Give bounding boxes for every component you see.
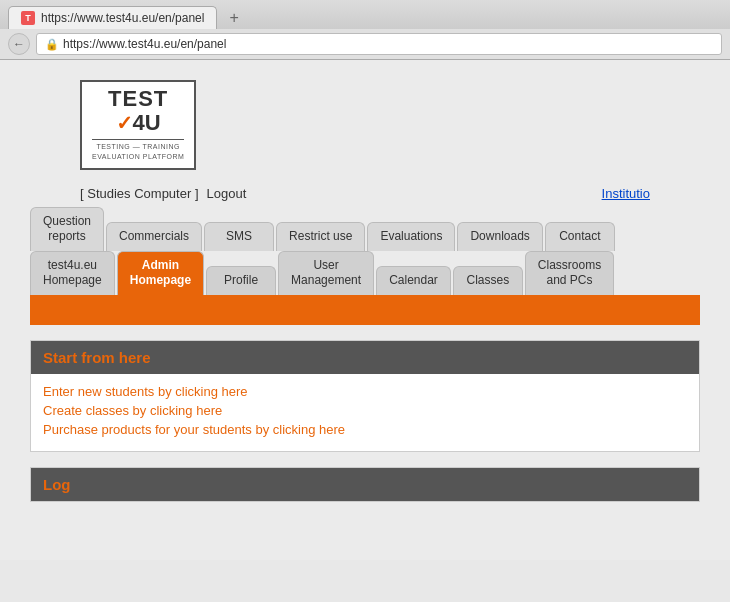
- tab-evaluations[interactable]: Evaluations: [367, 222, 455, 251]
- logo-subtitle: TESTING — TRAINING EVALUATION PLATFORM: [92, 139, 184, 162]
- start-section-title: Start from here: [43, 349, 151, 366]
- tab-classrooms-and-pcs[interactable]: Classrooms and PCs: [525, 251, 614, 295]
- tab-commercials[interactable]: Commercials: [106, 222, 202, 251]
- user-nav: [ Studies Computer ] Logout Institutio: [0, 180, 730, 207]
- logo-test: TEST: [108, 86, 168, 111]
- tab-downloads[interactable]: Downloads: [457, 222, 542, 251]
- tab-restrict-use[interactable]: Restrict use: [276, 222, 365, 251]
- tab-bar: T https://www.test4u.eu/en/panel +: [0, 0, 730, 29]
- tab-user-management[interactable]: User Management: [278, 251, 374, 295]
- logo-box: TEST ✓ 4U TESTING — TRAINING EVALUATION …: [80, 80, 196, 170]
- lock-icon: 🔒: [45, 38, 59, 51]
- new-tab-button[interactable]: +: [223, 7, 244, 29]
- page-content: TEST ✓ 4U TESTING — TRAINING EVALUATION …: [0, 60, 730, 560]
- enter-students-link[interactable]: Enter new students by clicking here: [43, 384, 687, 399]
- back-button[interactable]: ←: [8, 33, 30, 55]
- purchase-products-link[interactable]: Purchase products for your students by c…: [43, 422, 687, 437]
- tab-contact[interactable]: Contact: [545, 222, 615, 251]
- log-section-header: Log: [31, 468, 699, 501]
- logo-area: TEST ✓ 4U TESTING — TRAINING EVALUATION …: [0, 70, 730, 180]
- nav-row-1: Question reports Commercials SMS Restric…: [30, 207, 700, 251]
- tab-calendar[interactable]: Calendar: [376, 266, 451, 295]
- logout-link[interactable]: Logout: [207, 186, 247, 201]
- tab-question-reports[interactable]: Question reports: [30, 207, 104, 251]
- tab-classes[interactable]: Classes: [453, 266, 523, 295]
- start-section-header: Start from here: [31, 341, 699, 374]
- address-bar-row: ← 🔒 https://www.test4u.eu/en/panel: [0, 29, 730, 59]
- tab-favicon: T: [21, 11, 35, 25]
- logo-middle-row: ✓ 4U: [92, 110, 184, 136]
- orange-bar: [30, 295, 700, 325]
- active-tab[interactable]: T https://www.test4u.eu/en/panel: [8, 6, 217, 29]
- tab-test4u-homepage[interactable]: test4u.eu Homepage: [30, 251, 115, 295]
- logo-checkmark: ✓: [116, 111, 133, 135]
- start-section: Start from here Enter new students by cl…: [30, 340, 700, 452]
- user-nav-left: [ Studies Computer ] Logout: [80, 186, 246, 201]
- back-icon: ←: [13, 37, 25, 51]
- logo-top-row: TEST: [92, 88, 184, 110]
- nav-row-2: test4u.eu Homepage Admin Homepage Profil…: [30, 251, 700, 295]
- user-studies: [ Studies Computer ]: [80, 186, 199, 201]
- tab-admin-homepage[interactable]: Admin Homepage: [117, 251, 204, 295]
- tab-sms[interactable]: SMS: [204, 222, 274, 251]
- browser-chrome: T https://www.test4u.eu/en/panel + ← 🔒 h…: [0, 0, 730, 60]
- log-section-title: Log: [43, 476, 71, 493]
- tab-title: https://www.test4u.eu/en/panel: [41, 11, 204, 25]
- address-bar[interactable]: 🔒 https://www.test4u.eu/en/panel: [36, 33, 722, 55]
- logo-4u: 4U: [133, 110, 161, 136]
- log-section: Log: [30, 467, 700, 502]
- tab-profile[interactable]: Profile: [206, 266, 276, 295]
- nav-tabs-container: Question reports Commercials SMS Restric…: [0, 207, 730, 295]
- start-section-body: Enter new students by clicking here Crea…: [31, 374, 699, 451]
- institution-link[interactable]: Institutio: [602, 186, 650, 201]
- url-text: https://www.test4u.eu/en/panel: [63, 37, 226, 51]
- create-classes-link[interactable]: Create classes by clicking here: [43, 403, 687, 418]
